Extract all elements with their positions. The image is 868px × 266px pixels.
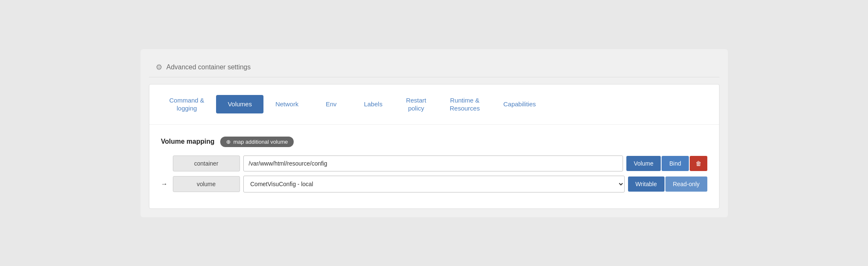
settings-card: Command &logging Volumes Network Env Lab… <box>149 84 719 209</box>
tab-command-logging[interactable]: Command &logging <box>158 91 216 118</box>
tab-network[interactable]: Network <box>263 95 310 113</box>
bind-button[interactable]: Bind <box>662 156 688 171</box>
tabs-bar: Command &logging Volumes Network Env Lab… <box>149 84 719 125</box>
volume-row-2: → volume CometVisuConfig - local Writabl… <box>161 176 707 192</box>
delete-button-1[interactable]: 🗑 <box>690 156 707 171</box>
action-group-2: Writable Read-only <box>628 176 707 192</box>
tab-volumes[interactable]: Volumes <box>216 95 264 113</box>
trash-icon-1: 🗑 <box>696 160 701 167</box>
action-group-1: Volume Bind 🗑 <box>626 156 707 171</box>
volume-button[interactable]: Volume <box>626 156 661 171</box>
volume-mapping-header: Volume mapping ⊕ map additional volume <box>161 137 707 147</box>
tab-env[interactable]: Env <box>310 95 352 113</box>
plus-icon: ⊕ <box>226 139 231 145</box>
gear-icon: ⚙ <box>156 63 162 72</box>
read-only-button[interactable]: Read-only <box>665 176 707 192</box>
outer-container: ⚙ Advanced container settings Command &l… <box>141 49 728 217</box>
tab-labels[interactable]: Labels <box>352 95 394 113</box>
volume-row-1: container Volume Bind 🗑 <box>161 155 707 171</box>
container-label-1: container <box>173 155 240 171</box>
header-title: Advanced container settings <box>167 63 251 71</box>
volume-select[interactable]: CometVisuConfig - local <box>243 176 625 192</box>
map-additional-volume-button[interactable]: ⊕ map additional volume <box>220 137 294 147</box>
tab-runtime-resources[interactable]: Runtime &Resources <box>438 91 492 118</box>
header: ⚙ Advanced container settings <box>149 58 719 77</box>
arrow-icon: → <box>161 180 169 188</box>
tab-restart-policy[interactable]: Restartpolicy <box>394 91 438 118</box>
tab-capabilities[interactable]: Capabilities <box>492 95 548 113</box>
map-additional-label: map additional volume <box>233 139 288 145</box>
volume-label-2: volume <box>173 176 240 192</box>
content-area: Volume mapping ⊕ map additional volume c… <box>149 125 719 208</box>
volume-mapping-label: Volume mapping <box>161 138 215 145</box>
writable-button[interactable]: Writable <box>628 176 665 192</box>
path-input-1[interactable] <box>243 155 623 171</box>
